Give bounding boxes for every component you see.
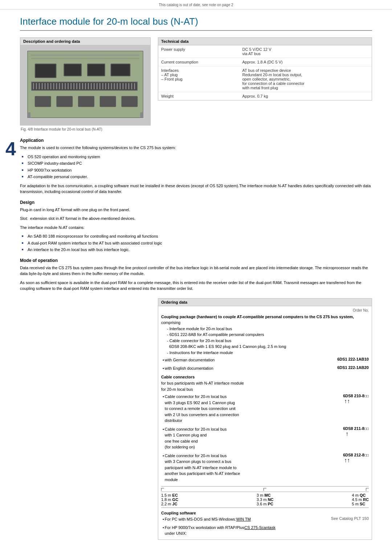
- application-bullets: OS 520 operation and monitoring system S…: [20, 154, 372, 180]
- list-item: HP 9000/7xx workstation: [22, 167, 372, 173]
- desc-box: Description and ordering data: [20, 37, 151, 126]
- list-item: SICOMP industry-standard PC: [22, 160, 372, 167]
- bottom-section: Ordering data Order No. Coupling package…: [20, 298, 372, 540]
- length-val: 2.2 m: [161, 502, 171, 506]
- svg-rect-20: [50, 83, 52, 89]
- length-val: 4 m: [352, 493, 359, 497]
- cable-conn-1-symbol: ↑↑: [325, 398, 369, 405]
- tech-row-current: Current consumption Approx. 1.8 A (DC 5 …: [158, 58, 372, 66]
- chapter-number: 4: [5, 138, 16, 160]
- coupling-title: Coupling package (hardware) to couple AT…: [161, 315, 369, 319]
- cable-conn-1-desc: Cable connector for 20-m local bus with …: [161, 394, 325, 424]
- design-bullets: An SAB 80 188 microprocessor for control…: [20, 233, 372, 253]
- tech-label-interfaces: Interfaces– AT plug– Front plug: [158, 66, 239, 92]
- list-item: An interface to the 20-m local bus with …: [22, 247, 372, 253]
- application-para1: The module is used to connect the follow…: [20, 145, 372, 151]
- cable-conn-2-order: 6DS8 211-8□□: [329, 426, 369, 431]
- design-para1: Plug-in card in long AT format with one …: [20, 207, 372, 213]
- svg-rect-35: [94, 83, 95, 89]
- svg-rect-32: [85, 83, 86, 89]
- length-val: 3 m: [257, 493, 263, 497]
- list-item: An SAB 80 188 microprocessor for control…: [22, 233, 372, 239]
- list-item: AT-compatible personal computer.: [22, 174, 372, 180]
- cable-conn-desc: for bus participants with N-AT interface…: [161, 380, 369, 392]
- svg-rect-30: [79, 83, 80, 89]
- length-code: JC: [172, 502, 177, 506]
- design-para3: The interface module N-AT contains:: [20, 225, 372, 231]
- svg-rect-11: [111, 64, 130, 75]
- svg-rect-2: [31, 54, 139, 56]
- cable-connector-1: Cable connector for 20-m local bus with …: [161, 394, 369, 424]
- svg-rect-31: [82, 83, 83, 89]
- svg-rect-26: [68, 83, 69, 89]
- comprising-item-2: - 6DS1 222-8AB for AT-compatible persona…: [167, 332, 369, 338]
- cable-length-table: 1.5 m EC 1.8 m GC 2.2 m JC 3 m MC 3.3 m …: [161, 486, 369, 508]
- tech-data-box: Technical data Power supply DC 5 V/DC 12…: [158, 37, 372, 100]
- desc-header: Description and ordering data: [20, 38, 150, 45]
- design-para2: Slot: extension slot in AT format in the…: [20, 216, 372, 222]
- tech-label-current: Current consumption: [158, 58, 239, 66]
- svg-rect-36: [97, 83, 98, 89]
- comprising-item-3: - Cable connector for 20-m local bus 6DS…: [167, 338, 369, 350]
- list-item: OS 520 operation and monitoring system: [22, 154, 372, 160]
- svg-rect-15: [36, 83, 37, 89]
- order-no-header: Order No.: [161, 308, 369, 312]
- length-val: 3.6 m: [257, 502, 267, 506]
- fig-caption: Fig. 4/8 Interface module for 20-m local…: [20, 127, 151, 131]
- tech-header: Technical data: [158, 38, 372, 45]
- doc-item-english: with English documentation 6DS1 222-1AB2…: [161, 365, 369, 372]
- length-val: 1.8 m: [161, 497, 171, 502]
- svg-rect-55: [28, 112, 30, 118]
- sw-see-catalog: See Catalog PLT 150: [331, 516, 369, 521]
- length-val: 3.3 m: [257, 497, 267, 502]
- comprising-label: comprising: [161, 320, 369, 325]
- page-title: Interface module for 20-m local bus (N-A…: [20, 16, 372, 31]
- tech-value-current: Approx. 1.8 A (DC 5 V): [239, 58, 372, 66]
- cable-conn-title: Cable connectors: [161, 375, 369, 379]
- svg-rect-56: [140, 112, 143, 118]
- svg-rect-25: [65, 83, 66, 89]
- cable-conn-2-symbol: ↑: [325, 431, 369, 437]
- svg-rect-3: [31, 58, 139, 59]
- tech-row-power: Power supply DC 5 V/DC 12 Vvia AT bus: [158, 45, 372, 58]
- svg-rect-17: [42, 83, 43, 89]
- svg-rect-21: [53, 83, 54, 89]
- svg-rect-52: [78, 96, 94, 107]
- ordering-inner: Order No. Coupling package (hardware) to…: [158, 306, 372, 539]
- comprising-items: - Interface module for 20-m local bus - …: [167, 326, 369, 356]
- tech-value-weight: Approx. 0.7 kg: [239, 92, 372, 100]
- length-val: 1.5 m: [161, 493, 171, 497]
- cable-conn-3-right: 6DS8 212-8□□ ↑↑: [325, 453, 369, 464]
- left-spacer: [20, 298, 151, 540]
- svg-rect-24: [62, 83, 63, 89]
- svg-rect-53: [100, 96, 116, 107]
- comprising-item-1: - Interface module for 20-m local bus: [167, 326, 369, 332]
- svg-rect-19: [48, 83, 49, 89]
- tech-value-interfaces: AT bus of respective deviceRedundant 20-…: [239, 66, 372, 92]
- length-code: SC: [360, 502, 365, 506]
- page: This catalog is out of date, see note on…: [0, 0, 392, 554]
- coupling-sw-item-2: For HP 9000/7xx workstation with RTAP/Pl…: [161, 525, 369, 537]
- tech-label-power: Power supply: [158, 45, 239, 58]
- svg-rect-50: [35, 96, 51, 107]
- svg-rect-37: [99, 83, 101, 89]
- ordering-box: Ordering data Order No. Coupling package…: [158, 298, 372, 540]
- mode-para2: As soon as sufficient space is available…: [20, 280, 372, 292]
- comprising-item-4: - Instructions for the interface module: [167, 350, 369, 356]
- svg-rect-40: [108, 83, 109, 89]
- svg-rect-45: [122, 83, 123, 89]
- svg-rect-27: [70, 83, 72, 89]
- ordering-col: Ordering data Order No. Coupling package…: [158, 298, 372, 540]
- svg-rect-41: [111, 83, 112, 89]
- length-val: 5 m: [352, 502, 359, 506]
- svg-rect-48: [131, 83, 132, 89]
- doc-item-english-order: 6DS1 222-1AB20: [329, 365, 369, 370]
- svg-rect-14: [33, 83, 34, 89]
- svg-rect-5: [36, 64, 56, 77]
- svg-rect-33: [88, 83, 89, 89]
- tech-row-weight: Weight Approx. 0.7 kg: [158, 92, 372, 100]
- svg-rect-18: [45, 83, 46, 89]
- length-code: MC: [264, 493, 270, 497]
- svg-rect-38: [102, 83, 103, 89]
- doc-item-english-label: with English documentation: [161, 365, 325, 372]
